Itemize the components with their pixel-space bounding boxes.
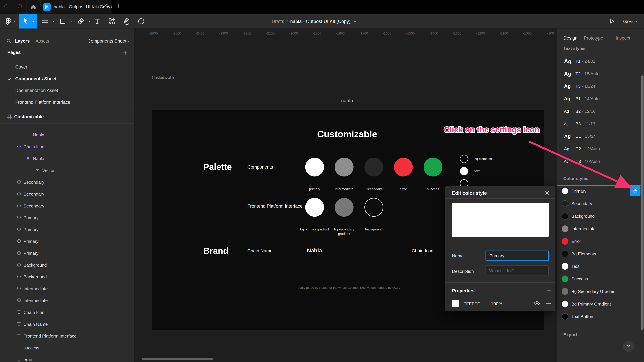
text-style-row-b3[interactable]: AgB3 · 11/13 — [556, 118, 644, 130]
breadcrumb-drafts[interactable]: Drafts — [272, 19, 284, 24]
layer-row-primary[interactable]: Primary — [0, 236, 134, 247]
layer-row-primary[interactable]: Primary — [0, 224, 134, 236]
pen-tool-chevron-icon[interactable] — [87, 19, 91, 24]
swatch-circle-success[interactable] — [424, 158, 442, 176]
text-style-row-b2[interactable]: AgB2 · 12/16 — [556, 105, 644, 117]
page-selector-chevron-icon[interactable] — [126, 39, 130, 44]
swatch-circle-background[interactable] — [364, 198, 383, 217]
swatch-circle-bg-primary-gradient[interactable] — [305, 198, 324, 217]
layer-row-primary[interactable]: Primary — [0, 212, 134, 224]
nav-forward-icon[interactable] — [18, 4, 22, 8]
add-property-icon[interactable] — [546, 287, 552, 294]
color-style-row-background[interactable]: Background — [556, 210, 641, 222]
layer-row-primary[interactable]: Primary — [0, 247, 134, 259]
layer-row-background[interactable]: Background — [0, 271, 134, 283]
frame-tool-chevron-icon[interactable] — [51, 19, 55, 24]
new-tab-icon[interactable] — [116, 3, 122, 10]
text-style-row-c3[interactable]: AgC3 · 10/Auto — [556, 156, 644, 167]
swatch-circle-Secondary[interactable] — [364, 158, 383, 176]
pen-tool-icon[interactable] — [77, 17, 84, 26]
shape-tool-icon[interactable] — [59, 17, 66, 26]
layer-row-nabla[interactable]: Nabla — [0, 129, 134, 141]
color-style-row-bg-elements[interactable]: Bg Elements — [556, 248, 641, 260]
dialog-close-icon[interactable] — [544, 190, 550, 196]
name-input[interactable] — [486, 251, 549, 261]
layer-row-secondary[interactable]: Secondary — [0, 176, 134, 188]
layer-row-intermediate[interactable]: Intermediate — [0, 283, 134, 295]
swatch-circle-bg-secondary-gradient[interactable] — [335, 198, 354, 217]
move-tool-chevron-icon[interactable] — [31, 19, 35, 24]
color-style-row-text[interactable]: Text — [556, 260, 641, 272]
comment-tool-icon[interactable] — [138, 17, 145, 26]
color-style-row-secondary[interactable]: Secondary — [556, 198, 641, 210]
description-input[interactable] — [486, 266, 549, 276]
color-style-row-error[interactable]: Error — [556, 236, 641, 247]
frame-tool-icon[interactable] — [41, 17, 49, 26]
panel-scrollbar[interactable] — [641, 75, 644, 330]
present-icon[interactable] — [608, 18, 615, 25]
text-style-row-t3[interactable]: AgT3 · 16/24 — [556, 80, 644, 92]
tab-prototype[interactable]: Prototype — [584, 35, 603, 41]
help-button[interactable]: ? — [623, 341, 634, 352]
text-style-row-c1[interactable]: AgC1 · 15/24 — [556, 130, 644, 142]
search-icon[interactable] — [6, 38, 12, 44]
page-selector[interactable]: Components Sheet — [88, 38, 126, 44]
text-tool-icon[interactable] — [94, 17, 101, 26]
layer-row-background[interactable]: Background — [0, 259, 134, 271]
layer-row-success[interactable]: success — [0, 342, 134, 354]
shape-tool-chevron-icon[interactable] — [69, 19, 73, 24]
visibility-eye-icon[interactable] — [534, 300, 540, 307]
side-swatch-circle[interactable] — [460, 167, 468, 175]
layer-row-intermediate[interactable]: Intermediate — [0, 295, 134, 306]
layer-row-nabla[interactable]: Nabla — [0, 153, 134, 164]
property-hex[interactable]: FFFFFF — [464, 301, 480, 307]
tab-inspect[interactable]: Inspect — [616, 35, 630, 41]
tab-layers[interactable]: Layers — [15, 38, 30, 44]
page-item-components-sheet[interactable]: Components Sheet — [0, 74, 134, 84]
page-item-documentation-asset[interactable]: Documentation Asset — [0, 85, 134, 96]
frame-row-customizable[interactable]: Customizable — [0, 111, 134, 123]
nav-back-icon[interactable] — [4, 4, 8, 8]
color-style-row-text-button[interactable]: Text Button — [556, 311, 641, 323]
property-opacity[interactable]: 100% — [491, 301, 502, 307]
menu-chevron-icon[interactable] — [13, 19, 17, 24]
zoom-menu[interactable]: 63% — [623, 14, 638, 28]
text-style-row-b1[interactable]: AgB1 · 14/Auto — [556, 93, 644, 105]
tab-assets[interactable]: Assets — [36, 38, 49, 44]
text-style-row-t2[interactable]: AgT2 · 18/Auto — [556, 68, 644, 80]
add-page-icon[interactable] — [122, 50, 128, 56]
layer-row-secondary[interactable]: Secondary — [0, 200, 134, 212]
layer-row-vector[interactable]: Vector — [0, 165, 134, 176]
swatch-circle-primary[interactable] — [305, 158, 324, 176]
color-style-row-intermediate[interactable]: Intermediate — [556, 223, 641, 235]
layer-row-chain-icon[interactable]: Chain Icon — [0, 307, 134, 318]
layer-row-error[interactable]: error — [0, 354, 134, 362]
page-item-cover[interactable]: Cover — [0, 62, 134, 73]
resources-tool-icon[interactable] — [108, 17, 116, 26]
swatch-circle-error[interactable] — [394, 158, 413, 176]
property-color-swatch[interactable] — [452, 300, 459, 307]
home-icon[interactable] — [30, 4, 36, 11]
text-style-row-c2[interactable]: AgC2 · 12/Auto — [556, 143, 644, 155]
page-item-frontend-platform-interface[interactable]: Frontend Platform Interface — [0, 97, 134, 108]
tab-design[interactable]: Design — [563, 35, 578, 41]
canvas-horizontal-scrollbar[interactable] — [142, 358, 214, 360]
swatch-circle-intermediate[interactable] — [335, 158, 354, 176]
color-style-row-success[interactable]: Success — [556, 273, 641, 285]
color-style-row-bg-secondary-gradient[interactable]: Bg Secondary Gradient — [556, 286, 641, 297]
hand-tool-icon[interactable] — [123, 17, 130, 26]
remove-property-icon[interactable] — [545, 300, 552, 307]
main-menu-icon[interactable] — [5, 17, 12, 26]
doc-title-chevron-icon[interactable] — [353, 19, 357, 24]
layer-row-secondary[interactable]: Secondary — [0, 188, 134, 200]
color-style-row-bg-primary-gradient[interactable]: Bg Primary Gradient — [556, 298, 641, 310]
text-style-row-t1[interactable]: AgT1 · 24/32 — [556, 55, 644, 67]
breadcrumb-doc-title[interactable]: nabla - Outpost UI Kit (Copy) — [290, 19, 350, 24]
layer-row-frontend-platform-interface[interactable]: Frontend Platform Interface — [0, 330, 134, 342]
frame-title-label[interactable]: Customizable — [152, 75, 175, 80]
tab-close-icon[interactable] — [103, 3, 108, 9]
style-settings-button[interactable] — [630, 186, 640, 196]
side-swatch-circle[interactable] — [460, 155, 468, 163]
layer-row-chain-icon[interactable]: Chain Icon — [0, 141, 134, 153]
layer-row-chain-name[interactable]: Chain Name — [0, 319, 134, 330]
